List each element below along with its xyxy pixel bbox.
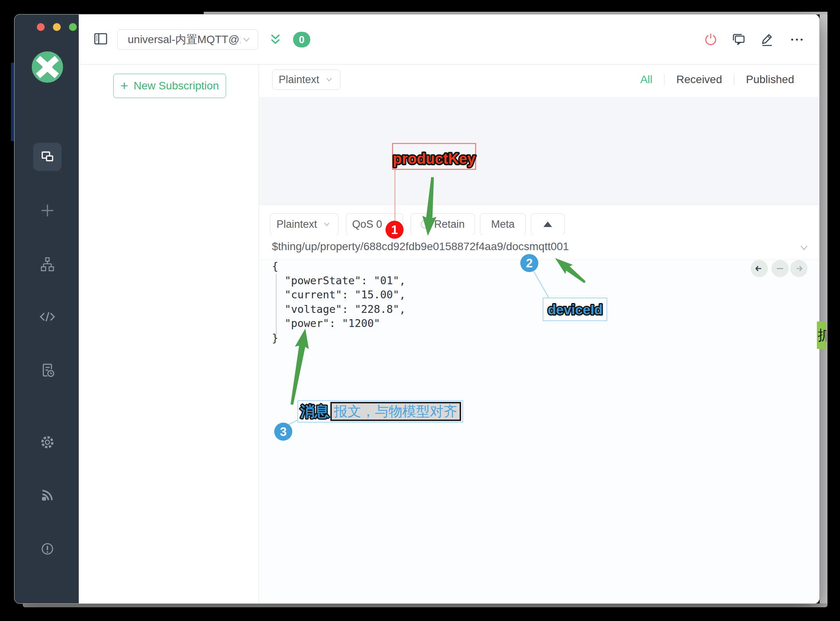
- publish-payload-type-select[interactable]: Plaintext: [270, 213, 339, 235]
- disconnect-power-icon[interactable]: [703, 32, 719, 47]
- log-clock-icon: [38, 361, 56, 379]
- payload-line: "voltage": "228.8",: [272, 302, 406, 317]
- background-window-right-edge: [820, 15, 827, 603]
- history-back-button[interactable]: [751, 260, 768, 277]
- payload-line: "current": "15.00",: [272, 288, 406, 302]
- settings-gear-icon: [38, 433, 56, 451]
- triangle-up-icon: [543, 222, 552, 227]
- macos-minimize-button[interactable]: [53, 23, 61, 31]
- chevron-down-icon: [387, 219, 397, 229]
- chevron-down-icon: [241, 34, 252, 45]
- topic-input: $thing/up/property/688cd92fdb9e0158872f4…: [272, 240, 569, 253]
- payload-editor[interactable]: { "powerState": "01", "current": "15.00"…: [259, 260, 819, 603]
- payload-line: {: [272, 259, 406, 274]
- publish-toolbar: Plaintext QoS 0 Retain Meta: [259, 204, 819, 235]
- about-icon: [39, 540, 56, 557]
- retain-toggle[interactable]: Retain: [411, 213, 475, 235]
- meta-label: Meta: [491, 218, 514, 231]
- subscriptions-panel: + New Subscription: [79, 65, 259, 603]
- script-icon: [38, 308, 56, 326]
- panel-toggle-icon[interactable]: [93, 31, 109, 47]
- message-payload-type-value: Plaintext: [279, 74, 319, 86]
- sidebar-item-script[interactable]: [33, 303, 62, 331]
- unread-count-badge: 0: [293, 32, 310, 47]
- new-connection-icon: [38, 202, 56, 220]
- capture-side-tab-label: 抓: [818, 326, 826, 345]
- background-window-bottom-edge: [23, 603, 827, 607]
- messages-toolbar: Plaintext All Received Published: [259, 65, 819, 97]
- minus-icon: [774, 263, 786, 274]
- connection-select[interactable]: universal-内置MQTT@12: [117, 29, 258, 50]
- mqttx-window: universal-内置MQTT@12 0: [14, 14, 820, 604]
- qos-value: QoS 0: [352, 218, 382, 231]
- topic-row[interactable]: $thing/up/property/688cd92fdb9e0158872f4…: [259, 235, 819, 260]
- sidebar-item-topics-tree[interactable]: [33, 250, 62, 278]
- mqttx-logo: [32, 51, 63, 83]
- sidebar-item-about[interactable]: [33, 535, 62, 563]
- publish-payload-type-value: Plaintext: [277, 218, 317, 231]
- collapse-all-icon[interactable]: [268, 32, 283, 47]
- filter-received[interactable]: Received: [664, 73, 734, 86]
- topic-history-chevron-icon[interactable]: [797, 241, 811, 254]
- qos-select[interactable]: QoS 0: [346, 213, 403, 235]
- filter-published[interactable]: Published: [734, 73, 806, 86]
- history-forward-button[interactable]: [790, 260, 807, 277]
- connection-select-value: universal-内置MQTT@12: [128, 32, 241, 47]
- forward-arrow-icon: [793, 263, 805, 274]
- more-ellipsis-icon[interactable]: [789, 32, 805, 47]
- sidebar-item-log[interactable]: [33, 356, 62, 384]
- chevron-down-icon: [324, 74, 334, 85]
- edit-icon[interactable]: [759, 32, 775, 47]
- chat-icon[interactable]: [731, 32, 746, 47]
- sidebar-item-new-connection[interactable]: [33, 196, 62, 225]
- messages-area: Plaintext All Received Published Plainte…: [259, 65, 819, 603]
- message-filters: All Received Published: [628, 69, 806, 90]
- topics-tree-icon: [39, 256, 56, 273]
- macos-zoom-button[interactable]: [69, 23, 77, 31]
- retain-checkbox-icon: [421, 220, 429, 229]
- filter-all[interactable]: All: [628, 73, 664, 86]
- broadcast-icon: [38, 486, 56, 504]
- capture-side-tab[interactable]: 抓: [817, 321, 826, 349]
- retain-label: Retain: [434, 218, 465, 231]
- payload-line: "power": "1200": [272, 316, 406, 331]
- topbar: universal-内置MQTT@12 0: [79, 15, 819, 65]
- macos-close-button[interactable]: [37, 23, 45, 31]
- payload-line: }: [272, 331, 406, 345]
- plus-icon: +: [120, 79, 128, 92]
- sidebar-item-settings[interactable]: [33, 428, 62, 456]
- collapse-publish-button[interactable]: [531, 213, 565, 235]
- sidebar-item-connections[interactable]: [33, 143, 62, 171]
- payload-json: { "powerState": "01", "current": "15.00"…: [272, 259, 406, 345]
- clear-message-button[interactable]: [771, 260, 789, 277]
- chevron-down-icon: [322, 219, 332, 229]
- back-arrow-icon: [753, 263, 765, 274]
- message-payload-type-select[interactable]: Plaintext: [272, 69, 340, 90]
- meta-button[interactable]: Meta: [480, 213, 526, 235]
- sidebar: [14, 15, 79, 603]
- message-list-empty[interactable]: [259, 97, 819, 204]
- new-subscription-button[interactable]: + New Subscription: [113, 74, 226, 98]
- connections-icon: [39, 148, 56, 165]
- new-subscription-label: New Subscription: [134, 80, 219, 92]
- payload-line: "powerState": "01",: [272, 274, 406, 288]
- sidebar-item-broadcast[interactable]: [33, 481, 62, 509]
